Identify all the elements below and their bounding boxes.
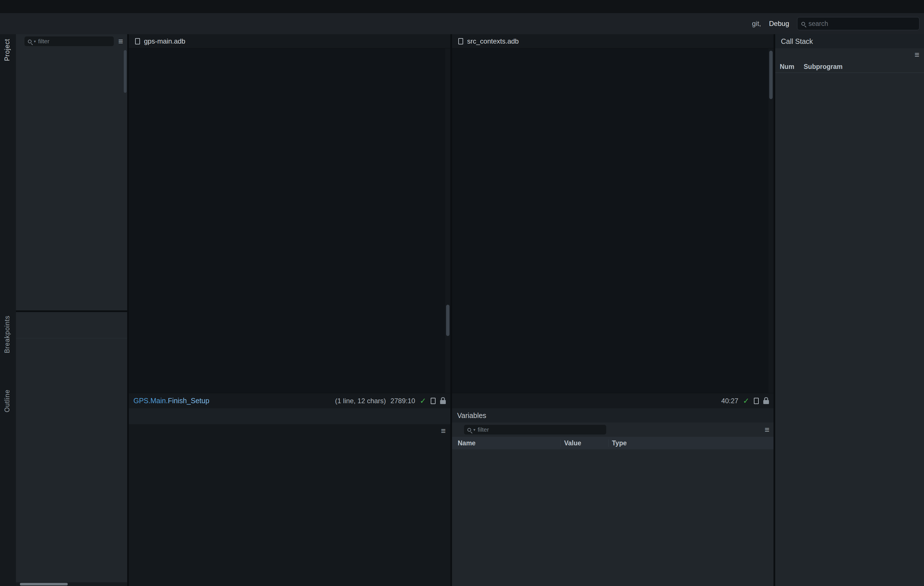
variables-rows	[452, 449, 774, 586]
callstack-toolbar: ≡	[775, 48, 924, 61]
callstack-rows	[775, 73, 924, 586]
chevron-down-icon: ▾	[474, 427, 475, 432]
editor-statusbar: GPS.Main.Finish_Setup (1 line, 12 chars)…	[129, 393, 450, 408]
editor-tab-src-contexts[interactable]: src_contexts.adb	[452, 34, 774, 48]
scrollbar-thumb[interactable]	[20, 583, 68, 586]
callstack-title: Call Stack	[775, 34, 924, 48]
cursor-position: 2789:10	[391, 397, 415, 405]
variables-header: Name Value Type	[452, 437, 774, 449]
panel-menu-icon[interactable]: ≡	[915, 51, 919, 59]
callstack-header: Num Subprogram	[775, 61, 924, 73]
file-icon	[458, 38, 463, 45]
column-name[interactable]: Name	[452, 439, 561, 447]
file-icon[interactable]	[431, 398, 436, 404]
console-output[interactable]	[129, 437, 450, 586]
project-filter-input[interactable]: ▾ filter	[25, 36, 114, 46]
breadcrumb[interactable]: GPS.Main.Finish_Setup	[134, 397, 210, 405]
toolbar: git, Debug search	[0, 13, 924, 34]
filter-placeholder: filter	[478, 426, 489, 433]
editor-scrollbar[interactable]	[445, 48, 450, 393]
filter-placeholder: filter	[38, 38, 50, 45]
gnat-studio-window: git, Debug search Project Breakpoints Ou…	[0, 0, 924, 586]
horizontal-scrollbar[interactable]	[16, 582, 127, 586]
left-panels: ▾ filter ≡	[16, 34, 127, 586]
tab-project[interactable]: Project	[3, 39, 11, 61]
perspective-git-label[interactable]: git,	[752, 20, 761, 28]
statusbar-right: (1 line, 12 chars) 2789:10 ✓	[335, 396, 446, 406]
column-type[interactable]: Type	[609, 439, 774, 447]
tree-scrollbar[interactable]	[124, 50, 127, 93]
left-column: Project Breakpoints Outline ▾ filter ≡	[0, 34, 127, 586]
search-placeholder: search	[808, 20, 828, 28]
panel-menu-icon[interactable]: ≡	[441, 427, 446, 435]
menubar	[0, 0, 924, 13]
main-area: Project Breakpoints Outline ▾ filter ≡	[0, 34, 924, 586]
variables-toolbar: ▾ filter ≡	[452, 422, 774, 437]
editor-column-right: src_contexts.adb 40:27 ✓ Variables	[452, 34, 774, 586]
left-tab-strip: Project Breakpoints Outline	[0, 34, 16, 586]
callstack-panel: Call Stack ≡ Num Subprogram	[775, 34, 924, 586]
console-panel: ≡	[129, 408, 450, 586]
statusbar-right: 40:27 ✓	[721, 396, 769, 406]
lock-icon[interactable]	[440, 400, 446, 404]
cursor-position: 40:27	[721, 397, 738, 405]
breakpoints-header	[16, 326, 127, 338]
tab-outline[interactable]: Outline	[3, 389, 11, 412]
panel-menu-icon[interactable]: ≡	[118, 37, 123, 46]
chevron-down-icon: ▾	[34, 39, 36, 43]
editor-statusbar: 40:27 ✓	[452, 393, 774, 408]
variables-panel: Variables ▾ filter ≡ Name Value Type	[452, 408, 774, 586]
search-icon	[28, 40, 31, 43]
breakpoints-toolbar	[16, 312, 127, 326]
toolbar-right: git, Debug search	[752, 17, 919, 30]
project-toolbar: ▾ filter ≡	[16, 34, 127, 48]
file-icon	[135, 38, 140, 45]
check-icon: ✓	[420, 396, 426, 406]
variables-title: Variables	[452, 408, 774, 422]
column-subprogram[interactable]: Subprogram	[800, 63, 924, 71]
search-icon	[467, 428, 471, 432]
scrollbar-thumb[interactable]	[769, 51, 773, 99]
file-icon[interactable]	[754, 398, 759, 404]
code-editor-gps-main[interactable]	[129, 48, 450, 393]
project-tree	[16, 48, 127, 310]
lock-icon[interactable]	[763, 400, 769, 404]
selection-info: (1 line, 12 chars)	[335, 397, 386, 405]
code-editor-src-contexts[interactable]	[452, 48, 774, 393]
editor-tab-label: src_contexts.adb	[467, 37, 519, 45]
tab-breakpoints[interactable]: Breakpoints	[3, 316, 11, 353]
variables-filter-input[interactable]: ▾ filter	[464, 425, 606, 435]
breakpoints-panel	[16, 312, 127, 586]
editor-column-left: gps-main.adb GPS.Main.Finish_Setup (1 li…	[129, 34, 450, 586]
project-panel: ▾ filter ≡	[16, 34, 127, 310]
column-value[interactable]: Value	[561, 439, 609, 447]
scrollbar-thumb[interactable]	[446, 305, 449, 336]
console-tabs	[129, 408, 450, 424]
perspective-debug-label[interactable]: Debug	[769, 20, 789, 28]
column-num[interactable]: Num	[775, 63, 800, 71]
global-search-input[interactable]: search	[797, 17, 919, 30]
editor-scrollbar[interactable]	[768, 48, 774, 393]
search-icon	[801, 22, 805, 26]
editor-tab-gps-main[interactable]: gps-main.adb	[129, 34, 450, 48]
panel-menu-icon[interactable]: ≡	[765, 426, 769, 434]
console-toolbar: ≡	[129, 424, 450, 437]
editor-tab-label: gps-main.adb	[144, 37, 185, 45]
check-icon: ✓	[743, 396, 749, 406]
